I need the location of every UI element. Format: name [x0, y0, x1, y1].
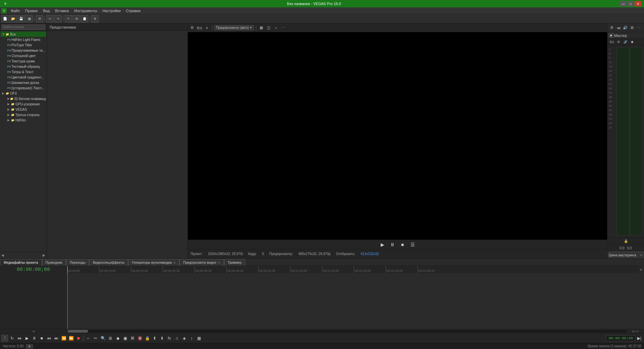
- zoom-btn[interactable]: 🔍: [100, 335, 106, 342]
- pause-button[interactable]: ⏸: [389, 241, 396, 248]
- mark-out-btn[interactable]: ⬇: [159, 335, 165, 342]
- fx-transport-btn[interactable]: fx: [166, 335, 173, 342]
- trim-tool-btn[interactable]: ✂: [92, 335, 99, 342]
- tab-vfx[interactable]: Видеоспецэффекты: [89, 259, 128, 266]
- marker-btn[interactable]: ◆: [114, 335, 121, 342]
- video-fx-icon[interactable]: f(x): [197, 25, 203, 31]
- h-scrollbar-thumb[interactable]: [68, 330, 88, 333]
- save-button[interactable]: 💾: [17, 15, 25, 22]
- loop-btn[interactable]: ↻: [9, 335, 15, 342]
- tab-generators-close[interactable]: ✕: [173, 261, 176, 264]
- tree-item-ustarevshee[interactable]: FX (устаревшее) Текст...: [1, 85, 46, 91]
- split-icon[interactable]: ◫: [266, 25, 272, 31]
- tree-item-tretya[interactable]: ▶ 📁 Третья сторона: [1, 112, 46, 117]
- window-controls[interactable]: — □ ✕: [620, 1, 641, 6]
- grid-icon[interactable]: ▦: [258, 25, 264, 31]
- master-fx-icon[interactable]: f(x): [609, 39, 615, 45]
- tree-item-vse[interactable]: ▼ 📁 Все: [1, 32, 46, 37]
- maximize-button[interactable]: □: [627, 1, 634, 6]
- tree-item-hitfilm-cat[interactable]: ▶ 📁 HitFilm: [1, 117, 46, 123]
- record-btn[interactable]: ⏺: [75, 335, 82, 342]
- tab-trimmer[interactable]: Триммер: [224, 259, 246, 266]
- timeline-right-end[interactable]: ▶: [639, 266, 644, 273]
- redo-button[interactable]: ↪: [54, 15, 62, 22]
- menu-help[interactable]: Справка: [123, 8, 143, 13]
- pause-transport-btn[interactable]: ⏸: [31, 335, 38, 342]
- video-settings-icon[interactable]: ⚙: [189, 25, 195, 31]
- tab-transitions[interactable]: Переходы: [66, 259, 89, 266]
- playlist-button[interactable]: ☰: [409, 241, 416, 248]
- tree-item-sploshnoj[interactable]: FX Сплошной цвет: [1, 53, 46, 58]
- audio-speaker-icon[interactable]: 🔊: [622, 25, 628, 31]
- h-scrollbar-track[interactable]: [68, 330, 627, 333]
- transport-time-display[interactable]: 00:00:00;00: [606, 335, 635, 341]
- scroll-right-btn[interactable]: ▶: [43, 253, 45, 257]
- close-button[interactable]: ✕: [635, 1, 641, 6]
- cmd-btn[interactable]: ⌘: [129, 335, 136, 342]
- tree-item-ofx[interactable]: ▶ 📁 OFX: [1, 91, 46, 96]
- play-transport-btn[interactable]: ▶: [23, 335, 30, 342]
- audio-prev-icon[interactable]: ⏮: [615, 25, 622, 31]
- tree-item-vegas-cat[interactable]: ▶ 📁 VEGAS: [1, 107, 46, 112]
- search-input[interactable]: [1, 24, 45, 30]
- timeline-scrollbar[interactable]: ◀ ▶ ⏭: [0, 329, 644, 333]
- menu-tools[interactable]: Инструменты: [71, 8, 100, 13]
- next-marker-btn[interactable]: ⏩: [68, 335, 74, 342]
- menu-file[interactable]: Файл: [8, 8, 22, 13]
- tree-item-prokruch[interactable]: FX Прокручиваемые ти...: [1, 48, 46, 53]
- audio-mix-icon[interactable]: ⊞: [629, 25, 635, 31]
- tab-media[interactable]: Медиафайлы проекта: [0, 259, 42, 266]
- more-icon[interactable]: ⋯: [280, 25, 286, 31]
- region-btn[interactable]: ▣: [122, 335, 128, 342]
- vel-btn[interactable]: ↕: [188, 335, 195, 342]
- video-eq-icon[interactable]: ≡: [204, 25, 210, 31]
- undo-button[interactable]: ↩: [46, 15, 54, 22]
- tree-item-shahmatnaya[interactable]: FX Шахматная доска: [1, 80, 46, 85]
- scroll-left-btn[interactable]: ◀: [1, 253, 4, 257]
- settings-button[interactable]: ⚙: [36, 15, 43, 22]
- open-button[interactable]: 📂: [9, 15, 17, 22]
- tree-item-tsvetovoj[interactable]: FX Цветовой градиент...: [1, 74, 46, 80]
- render-button[interactable]: ▦: [25, 15, 33, 22]
- prev-marker-btn[interactable]: ⏪: [60, 335, 67, 342]
- master-checkbox[interactable]: ▣: [609, 33, 613, 38]
- stop-transport-btn[interactable]: ■: [38, 335, 45, 342]
- select-tool-btn[interactable]: ↔: [85, 335, 92, 342]
- tab-preview-close[interactable]: ✕: [218, 261, 220, 264]
- master-strip-close[interactable]: ✕: [640, 254, 643, 257]
- mark-in-btn[interactable]: ⬆: [151, 335, 158, 342]
- play-button[interactable]: ▶: [379, 241, 386, 248]
- goto-end-btn[interactable]: ⏭: [53, 335, 60, 342]
- tree-item-float32[interactable]: ▶ 📁 32-битная плавающая т...: [1, 96, 46, 101]
- new-button[interactable]: 📄: [1, 15, 9, 22]
- snap-btn[interactable]: ⊞: [107, 335, 114, 342]
- tree-item-gpu[interactable]: ▶ 📁 GPU-ускорение: [1, 101, 46, 107]
- dot-icon[interactable]: •: [273, 25, 279, 31]
- minimize-button[interactable]: —: [620, 1, 627, 6]
- scroll-end-right2[interactable]: ⏭: [636, 330, 639, 333]
- transport-end-btn[interactable]: ▶|: [636, 335, 643, 342]
- event-btn[interactable]: ◈: [181, 335, 187, 342]
- tree-item-protype[interactable]: FX ProType Titler: [1, 42, 46, 48]
- tree-item-titry[interactable]: FX Титры & Текст: [1, 69, 46, 74]
- master-link-icon[interactable]: 🔗: [622, 39, 628, 45]
- preview-mode-select[interactable]: Предпросмотр (авто) ▼: [214, 25, 254, 30]
- paste-button[interactable]: 📋: [81, 15, 88, 22]
- menu-view[interactable]: Вид: [40, 8, 52, 13]
- mix-btn[interactable]: ♫: [173, 335, 180, 342]
- audio-settings-icon[interactable]: ⚙: [609, 25, 615, 31]
- master-record-icon[interactable]: ⏺: [629, 39, 635, 45]
- audio-more-icon[interactable]: ⋯: [636, 25, 642, 31]
- tab-explorer[interactable]: Проводник: [42, 259, 66, 266]
- tree-item-hitfilm-lf[interactable]: FX HitFilm Light Flares: [1, 37, 46, 42]
- scroll-end-right[interactable]: ▶: [633, 330, 635, 333]
- master-settings-icon[interactable]: ⚙: [615, 39, 622, 45]
- copy-button[interactable]: ⧉: [73, 15, 80, 22]
- menu-insert[interactable]: Вставка: [52, 8, 71, 13]
- lock-icon[interactable]: 🔒: [623, 238, 629, 244]
- menu-edit[interactable]: Правка: [22, 8, 40, 13]
- lock-btn[interactable]: 🔒: [144, 335, 151, 342]
- mouse-button[interactable]: 🖱: [91, 15, 99, 22]
- prev-frame-btn[interactable]: ⏮: [16, 335, 23, 342]
- goto-start-btn[interactable]: ⏮: [46, 335, 52, 342]
